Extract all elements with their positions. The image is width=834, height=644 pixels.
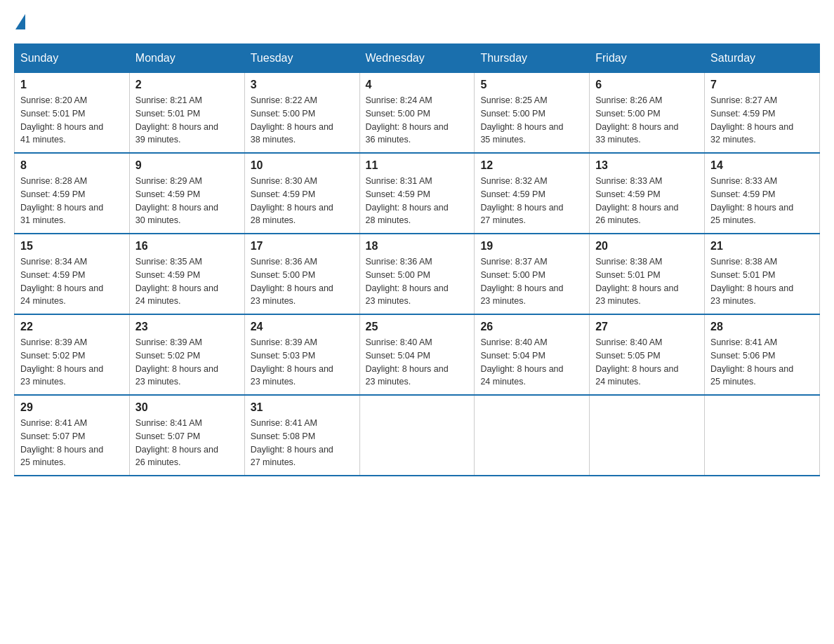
day-info: Sunrise: 8:33 AMSunset: 4:59 PMDaylight:… (710, 175, 814, 227)
week-row-1: 1 Sunrise: 8:20 AMSunset: 5:01 PMDayligh… (15, 72, 820, 153)
day-cell: 12 Sunrise: 8:32 AMSunset: 4:59 PMDaylig… (475, 153, 590, 234)
week-row-3: 15 Sunrise: 8:34 AMSunset: 4:59 PMDaylig… (15, 234, 820, 314)
day-info: Sunrise: 8:36 AMSunset: 5:00 PMDaylight:… (251, 255, 354, 308)
day-info: Sunrise: 8:26 AMSunset: 5:00 PMDaylight:… (595, 94, 699, 147)
day-info: Sunrise: 8:40 AMSunset: 5:04 PMDaylight:… (480, 336, 583, 389)
day-cell: 14 Sunrise: 8:33 AMSunset: 4:59 PMDaylig… (705, 153, 820, 234)
day-cell: 21 Sunrise: 8:38 AMSunset: 5:01 PMDaylig… (705, 234, 820, 314)
day-cell: 27 Sunrise: 8:40 AMSunset: 5:05 PMDaylig… (590, 314, 705, 395)
day-cell: 1 Sunrise: 8:20 AMSunset: 5:01 PMDayligh… (15, 72, 130, 153)
calendar-table: SundayMondayTuesdayWednesdayThursdayFrid… (14, 43, 820, 476)
day-cell (475, 395, 590, 476)
day-number: 25 (366, 321, 469, 333)
day-cell: 20 Sunrise: 8:38 AMSunset: 5:01 PMDaylig… (590, 234, 705, 314)
week-row-5: 29 Sunrise: 8:41 AMSunset: 5:07 PMDaylig… (15, 395, 820, 476)
col-header-tuesday: Tuesday (244, 44, 359, 72)
day-cell: 7 Sunrise: 8:27 AMSunset: 4:59 PMDayligh… (705, 72, 820, 153)
day-number: 31 (251, 401, 354, 414)
day-number: 21 (710, 240, 814, 253)
day-cell: 22 Sunrise: 8:39 AMSunset: 5:02 PMDaylig… (15, 314, 130, 395)
day-cell: 28 Sunrise: 8:41 AMSunset: 5:06 PMDaylig… (705, 314, 820, 395)
day-cell: 25 Sunrise: 8:40 AMSunset: 5:04 PMDaylig… (359, 314, 475, 395)
day-number: 8 (20, 159, 124, 172)
day-number: 7 (710, 79, 814, 91)
day-number: 13 (595, 159, 699, 172)
day-cell (705, 395, 820, 476)
col-header-thursday: Thursday (475, 44, 590, 72)
day-number: 6 (595, 79, 699, 91)
day-info: Sunrise: 8:24 AMSunset: 5:00 PMDaylight:… (366, 94, 469, 147)
day-number: 27 (595, 321, 699, 333)
day-number: 24 (251, 321, 354, 333)
day-cell: 16 Sunrise: 8:35 AMSunset: 4:59 PMDaylig… (129, 234, 244, 314)
day-cell (359, 395, 475, 476)
day-cell: 29 Sunrise: 8:41 AMSunset: 5:07 PMDaylig… (15, 395, 130, 476)
day-number: 28 (710, 321, 814, 333)
day-info: Sunrise: 8:39 AMSunset: 5:02 PMDaylight:… (20, 336, 124, 389)
day-info: Sunrise: 8:33 AMSunset: 4:59 PMDaylight:… (595, 175, 699, 227)
day-cell: 8 Sunrise: 8:28 AMSunset: 4:59 PMDayligh… (15, 153, 130, 234)
day-cell: 11 Sunrise: 8:31 AMSunset: 4:59 PMDaylig… (359, 153, 475, 234)
day-info: Sunrise: 8:39 AMSunset: 5:02 PMDaylight:… (135, 336, 239, 389)
day-info: Sunrise: 8:34 AMSunset: 4:59 PMDaylight:… (20, 255, 124, 308)
day-number: 19 (480, 240, 583, 253)
day-cell: 15 Sunrise: 8:34 AMSunset: 4:59 PMDaylig… (15, 234, 130, 314)
day-info: Sunrise: 8:40 AMSunset: 5:05 PMDaylight:… (595, 336, 699, 389)
day-cell: 4 Sunrise: 8:24 AMSunset: 5:00 PMDayligh… (359, 72, 475, 153)
day-cell: 17 Sunrise: 8:36 AMSunset: 5:00 PMDaylig… (244, 234, 359, 314)
day-info: Sunrise: 8:39 AMSunset: 5:03 PMDaylight:… (251, 336, 354, 389)
week-row-2: 8 Sunrise: 8:28 AMSunset: 4:59 PMDayligh… (15, 153, 820, 234)
day-info: Sunrise: 8:21 AMSunset: 5:01 PMDaylight:… (135, 94, 239, 147)
col-header-saturday: Saturday (705, 44, 820, 72)
day-cell: 6 Sunrise: 8:26 AMSunset: 5:00 PMDayligh… (590, 72, 705, 153)
day-number: 4 (366, 79, 469, 91)
day-number: 11 (366, 159, 469, 172)
day-cell: 9 Sunrise: 8:29 AMSunset: 4:59 PMDayligh… (129, 153, 244, 234)
day-info: Sunrise: 8:36 AMSunset: 5:00 PMDaylight:… (366, 255, 469, 308)
day-info: Sunrise: 8:41 AMSunset: 5:06 PMDaylight:… (710, 336, 814, 389)
day-cell: 23 Sunrise: 8:39 AMSunset: 5:02 PMDaylig… (129, 314, 244, 395)
day-number: 1 (20, 79, 124, 91)
day-cell: 30 Sunrise: 8:41 AMSunset: 5:07 PMDaylig… (129, 395, 244, 476)
day-cell: 18 Sunrise: 8:36 AMSunset: 5:00 PMDaylig… (359, 234, 475, 314)
day-info: Sunrise: 8:38 AMSunset: 5:01 PMDaylight:… (595, 255, 699, 308)
day-info: Sunrise: 8:27 AMSunset: 4:59 PMDaylight:… (710, 94, 814, 147)
day-number: 22 (20, 321, 124, 333)
day-info: Sunrise: 8:37 AMSunset: 5:00 PMDaylight:… (480, 255, 583, 308)
day-cell: 24 Sunrise: 8:39 AMSunset: 5:03 PMDaylig… (244, 314, 359, 395)
day-number: 12 (480, 159, 583, 172)
day-info: Sunrise: 8:40 AMSunset: 5:04 PMDaylight:… (366, 336, 469, 389)
day-info: Sunrise: 8:22 AMSunset: 5:00 PMDaylight:… (251, 94, 354, 147)
day-info: Sunrise: 8:41 AMSunset: 5:07 PMDaylight:… (20, 417, 124, 469)
day-info: Sunrise: 8:35 AMSunset: 4:59 PMDaylight:… (135, 255, 239, 308)
day-info: Sunrise: 8:30 AMSunset: 4:59 PMDaylight:… (251, 175, 354, 227)
day-number: 15 (20, 240, 124, 253)
day-number: 29 (20, 401, 124, 414)
day-cell: 3 Sunrise: 8:22 AMSunset: 5:00 PMDayligh… (244, 72, 359, 153)
day-number: 17 (251, 240, 354, 253)
day-info: Sunrise: 8:41 AMSunset: 5:07 PMDaylight:… (135, 417, 239, 469)
day-cell (590, 395, 705, 476)
day-info: Sunrise: 8:28 AMSunset: 4:59 PMDaylight:… (20, 175, 124, 227)
day-number: 5 (480, 79, 583, 91)
day-cell: 26 Sunrise: 8:40 AMSunset: 5:04 PMDaylig… (475, 314, 590, 395)
day-info: Sunrise: 8:41 AMSunset: 5:08 PMDaylight:… (251, 417, 354, 469)
day-number: 30 (135, 401, 239, 414)
week-row-4: 22 Sunrise: 8:39 AMSunset: 5:02 PMDaylig… (15, 314, 820, 395)
day-cell: 31 Sunrise: 8:41 AMSunset: 5:08 PMDaylig… (244, 395, 359, 476)
day-info: Sunrise: 8:20 AMSunset: 5:01 PMDaylight:… (20, 94, 124, 147)
day-number: 23 (135, 321, 239, 333)
day-number: 3 (251, 79, 354, 91)
day-cell: 13 Sunrise: 8:33 AMSunset: 4:59 PMDaylig… (590, 153, 705, 234)
day-cell: 5 Sunrise: 8:25 AMSunset: 5:00 PMDayligh… (475, 72, 590, 153)
col-header-friday: Friday (590, 44, 705, 72)
day-cell: 10 Sunrise: 8:30 AMSunset: 4:59 PMDaylig… (244, 153, 359, 234)
col-header-wednesday: Wednesday (359, 44, 475, 72)
day-number: 18 (366, 240, 469, 253)
day-number: 10 (251, 159, 354, 172)
logo (14, 14, 27, 29)
day-number: 9 (135, 159, 239, 172)
page-header (14, 14, 820, 29)
day-number: 26 (480, 321, 583, 333)
day-info: Sunrise: 8:38 AMSunset: 5:01 PMDaylight:… (710, 255, 814, 308)
